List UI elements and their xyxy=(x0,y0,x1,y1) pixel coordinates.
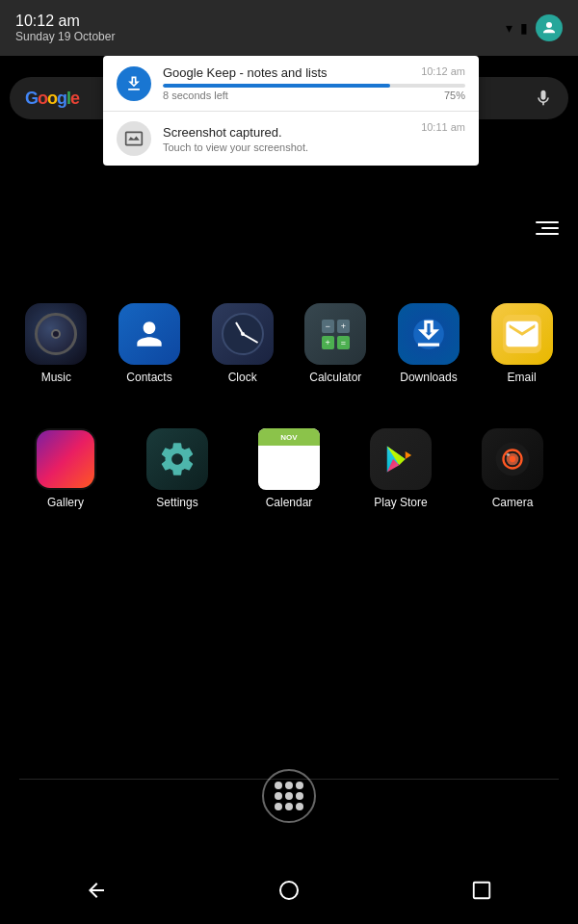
app-gallery[interactable]: Gallery xyxy=(22,428,109,509)
drawer-dot xyxy=(296,803,303,810)
app-calculator[interactable]: − + + = Calculator xyxy=(292,303,379,384)
overflow-line-1 xyxy=(536,221,559,223)
notif-keep-time: 10:12 am xyxy=(421,65,465,77)
clock-icon xyxy=(212,303,274,365)
app-downloads[interactable]: Downloads xyxy=(385,303,472,384)
svg-point-9 xyxy=(280,882,298,899)
app-music[interactable]: Music xyxy=(13,303,99,384)
notif-screenshot-content: Screenshot captured. Touch to view your … xyxy=(163,125,465,153)
app-settings-label: Settings xyxy=(156,496,197,509)
notif-screenshot-subtitle: Touch to view your screenshot. xyxy=(163,141,465,153)
overflow-menu-area xyxy=(536,221,559,235)
notif-progress-bar xyxy=(163,84,465,88)
drawer-dot xyxy=(275,792,282,800)
calendar-icon: NOV xyxy=(258,428,320,490)
drawer-dot xyxy=(285,803,293,810)
email-icon xyxy=(491,303,553,365)
notif-screenshot-title: Screenshot captured. xyxy=(163,125,465,140)
app-grid-row-1: Music Contacts Clock − + + xyxy=(0,303,578,384)
app-drawer-button[interactable] xyxy=(262,769,316,823)
drawer-dot xyxy=(285,792,293,800)
overflow-line-3 xyxy=(536,233,559,235)
settings-icon xyxy=(146,428,208,490)
notif-keep-percent: 75% xyxy=(444,90,465,101)
overflow-line-2 xyxy=(541,227,559,229)
calculator-icon: − + + = xyxy=(304,303,366,365)
status-bar: 10:12 am Sunday 19 October ▾ ▮ xyxy=(0,0,578,56)
notif-screenshot-icon xyxy=(117,121,151,156)
status-time: 10:12 am xyxy=(15,13,115,30)
svg-point-0 xyxy=(546,22,552,28)
google-logo: Google xyxy=(25,89,79,109)
drawer-dots xyxy=(275,782,303,810)
drawer-dot xyxy=(275,782,282,789)
svg-point-7 xyxy=(510,456,515,462)
app-camera-label: Camera xyxy=(492,496,534,509)
app-calendar-label: Calendar xyxy=(266,496,313,509)
notif-keep-subtitle: 8 seconds left xyxy=(163,90,228,101)
drawer-dot xyxy=(275,803,282,810)
notification-screenshot[interactable]: Screenshot captured. Touch to view your … xyxy=(103,112,479,166)
app-email-label: Email xyxy=(508,371,537,384)
mic-icon[interactable] xyxy=(534,89,553,108)
notif-keep-content: Google Keep - notes and lists 8 seconds … xyxy=(163,65,465,101)
nav-recents-button[interactable] xyxy=(458,866,506,914)
camera-icon xyxy=(482,428,543,490)
overflow-lines xyxy=(536,221,559,235)
app-playstore[interactable]: Play Store xyxy=(357,428,444,509)
app-contacts-label: Contacts xyxy=(126,371,171,384)
app-music-label: Music xyxy=(41,371,71,384)
app-settings[interactable]: Settings xyxy=(134,428,221,509)
nav-bar xyxy=(0,857,578,924)
svg-rect-10 xyxy=(474,883,490,899)
gallery-icon xyxy=(35,428,96,490)
drawer-dot xyxy=(296,792,303,800)
app-playstore-label: Play Store xyxy=(374,496,427,509)
contacts-icon xyxy=(118,303,180,365)
app-calendar[interactable]: NOV Calendar xyxy=(246,428,332,509)
app-contacts[interactable]: Contacts xyxy=(106,303,193,384)
notification-panel: Google Keep - notes and lists 8 seconds … xyxy=(103,56,479,166)
app-grid-row-2: Gallery Settings NOV xyxy=(0,428,578,509)
app-gallery-label: Gallery xyxy=(47,496,84,509)
notif-keep-title: Google Keep - notes and lists xyxy=(163,65,465,80)
battery-icon: ▮ xyxy=(520,20,528,36)
notif-download-icon xyxy=(117,66,151,101)
music-icon xyxy=(25,303,87,365)
avatar-icon[interactable] xyxy=(536,14,563,41)
app-clock[interactable]: Clock xyxy=(199,303,286,384)
drawer-dot xyxy=(296,782,303,789)
app-email[interactable]: Email xyxy=(479,303,565,384)
status-date: Sunday 19 October xyxy=(15,30,115,43)
playstore-icon xyxy=(370,428,432,490)
notif-progress-fill xyxy=(163,84,390,88)
svg-point-8 xyxy=(507,453,510,456)
status-time-block: 10:12 am Sunday 19 October xyxy=(15,13,115,43)
drawer-dot xyxy=(285,782,293,789)
downloads-icon xyxy=(398,303,460,365)
notif-screenshot-time: 10:11 am xyxy=(421,121,465,133)
app-calculator-label: Calculator xyxy=(309,371,361,384)
nav-back-button[interactable] xyxy=(72,866,120,914)
app-downloads-label: Downloads xyxy=(400,371,457,384)
notif-keep-footer: 8 seconds left 75% xyxy=(163,90,465,101)
nav-home-button[interactable] xyxy=(265,866,313,914)
app-camera[interactable]: Camera xyxy=(469,428,556,509)
app-clock-label: Clock xyxy=(228,371,257,384)
notification-keep[interactable]: Google Keep - notes and lists 8 seconds … xyxy=(103,56,479,112)
status-icons: ▾ ▮ xyxy=(506,14,563,41)
wifi-icon: ▾ xyxy=(506,20,512,36)
